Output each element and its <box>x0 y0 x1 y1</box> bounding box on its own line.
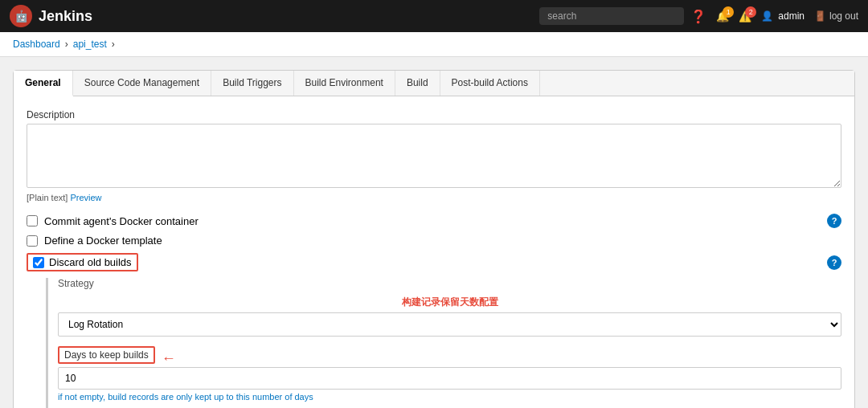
username-label: admin <box>778 10 805 22</box>
checkbox-row-discard-builds: Discard old builds ? <box>27 253 841 271</box>
plain-text-label: [Plain text] <box>27 193 68 202</box>
checkbox-discard-builds[interactable] <box>33 257 44 268</box>
checkbox-docker-commit[interactable] <box>27 215 38 226</box>
help-icon-docker-commit[interactable]: ? <box>827 214 841 228</box>
search-input[interactable] <box>539 7 684 25</box>
days-input[interactable] <box>58 367 841 390</box>
preview-link[interactable]: Preview <box>70 193 101 202</box>
days-label-row: Days to keep builds ← <box>58 346 841 367</box>
plain-text-note: [Plain text] Preview <box>27 193 841 202</box>
checkbox-discard-builds-label: Discard old builds <box>49 256 132 268</box>
breadcrumb-project[interactable]: api_test <box>73 39 107 50</box>
days-field-group: Days to keep builds ← if not empty, buil… <box>58 346 841 402</box>
annotation-days: 构建记录保留天数配置 <box>58 296 841 309</box>
user-menu[interactable]: 👤 admin <box>761 10 805 22</box>
tab-build[interactable]: Build <box>395 71 440 96</box>
checkbox-docker-commit-label: Commit agent's Docker container <box>44 215 199 227</box>
strategy-dropdown[interactable]: Log Rotation <box>58 312 841 337</box>
alert-notification[interactable]: ⚠️ 2 <box>739 10 751 22</box>
app-header: 🤖 Jenkins ❓ 🔔 1 ⚠️ 2 👤 admin 🚪 log out <box>0 0 868 32</box>
days-label: Days to keep builds <box>58 346 155 364</box>
logout-button[interactable]: 🚪 log out <box>814 10 858 22</box>
checkbox-row-docker-commit: Commit agent's Docker container ? <box>27 214 841 228</box>
breadcrumb-sep2: › <box>112 39 115 50</box>
tab-general[interactable]: General <box>14 71 73 96</box>
checkbox-row-docker-template: Define a Docker template <box>27 235 841 247</box>
tab-panel: General Source Code Management Build Tri… <box>13 70 855 408</box>
main-content: General Source Code Management Build Tri… <box>0 57 868 408</box>
alert-badge: 2 <box>745 6 756 18</box>
logout-label: log out <box>829 10 858 22</box>
jenkins-logo-icon: 🤖 <box>10 5 32 27</box>
header-icons: 🔔 1 ⚠️ 2 👤 admin 🚪 log out <box>716 10 858 22</box>
strategy-label: Strategy <box>58 278 841 289</box>
description-group: Description [Plain text] Preview <box>27 109 841 202</box>
tab-bar: General Source Code Management Build Tri… <box>14 71 854 96</box>
arrow-icon-days: ← <box>162 350 176 367</box>
checkbox-docker-template-label: Define a Docker template <box>44 235 162 247</box>
description-label: Description <box>27 109 841 120</box>
app-logo: 🤖 Jenkins <box>10 5 92 27</box>
tab-source-code[interactable]: Source Code Management <box>73 71 211 96</box>
discard-builds-highlight: Discard old builds <box>27 253 138 271</box>
days-hint: if not empty, build records are only kep… <box>58 392 841 402</box>
tab-content-general: Description [Plain text] Preview Commit … <box>14 96 854 408</box>
breadcrumb-sep1: › <box>65 39 68 50</box>
tab-build-environment[interactable]: Build Environment <box>294 71 395 96</box>
tab-build-triggers[interactable]: Build Triggers <box>211 71 293 96</box>
search-area: ❓ <box>539 7 706 25</box>
logout-icon: 🚪 <box>814 10 826 22</box>
description-textarea[interactable] <box>27 124 841 188</box>
breadcrumb: Dashboard › api_test › <box>0 32 868 57</box>
breadcrumb-home[interactable]: Dashboard <box>13 39 60 50</box>
bell-notification[interactable]: 🔔 1 <box>716 10 729 22</box>
checkbox-docker-template[interactable] <box>27 235 38 247</box>
app-name: Jenkins <box>39 8 92 25</box>
tab-post-build[interactable]: Post-build Actions <box>440 71 540 96</box>
bell-badge: 1 <box>723 6 734 18</box>
strategy-section: Strategy 构建记录保留天数配置 Log Rotation Days to… <box>46 278 841 408</box>
help-icon-discard-builds[interactable]: ? <box>827 255 841 270</box>
help-circle-icon[interactable]: ❓ <box>690 9 706 24</box>
user-icon: 👤 <box>761 10 773 22</box>
